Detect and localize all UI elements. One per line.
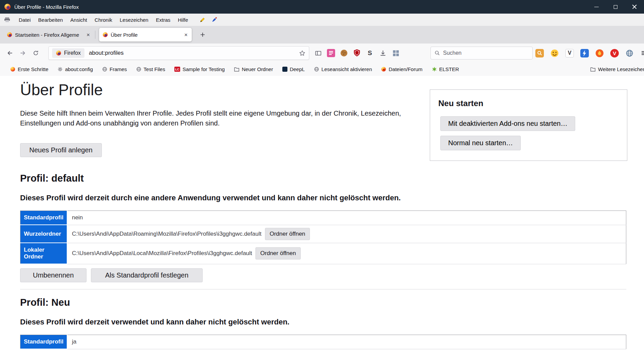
- row-label: Standardprofil: [20, 335, 67, 349]
- firefox-logo-icon: [56, 50, 61, 56]
- menu-hilfe[interactable]: Hilfe: [174, 15, 192, 24]
- open-root-folder-button[interactable]: Ordner öffnen: [265, 228, 310, 240]
- profile-neu-warning: Dieses Profil wird derzeit verwendet und…: [20, 318, 644, 326]
- menu-lesezeichen[interactable]: Lesezeichen: [116, 15, 152, 24]
- table-row: Standardprofil ja: [20, 335, 626, 349]
- bookmark-frames[interactable]: Frames: [102, 66, 127, 72]
- download-icon[interactable]: [379, 49, 387, 57]
- pen-icon[interactable]: [211, 17, 218, 23]
- close-icon: [632, 4, 637, 9]
- bookmark-label: Sample for Testing: [183, 66, 225, 72]
- menu-datei[interactable]: Datei: [15, 15, 34, 24]
- stylus-addon-icon[interactable]: S: [366, 49, 374, 57]
- tab-ueber-profile[interactable]: Über Profile ×: [99, 28, 192, 41]
- maximize-icon: [614, 5, 617, 9]
- restart-box: Neu starten Mit deaktivierten Add-ons ne…: [430, 89, 627, 161]
- reload-button[interactable]: [29, 47, 42, 60]
- red-v-addon-icon[interactable]: V: [610, 49, 619, 57]
- bookmark-label: ELSTER: [439, 66, 459, 72]
- firefox-logo-icon: [4, 3, 11, 10]
- menu-chronik[interactable]: Chronik: [91, 15, 116, 24]
- url-bar[interactable]: Firefox about:profiles: [48, 46, 309, 60]
- row-value: ja: [67, 335, 626, 349]
- bookmark-star-icon[interactable]: [299, 50, 305, 56]
- v-letter-addon-icon[interactable]: V: [565, 49, 574, 57]
- tab-close-icon[interactable]: ×: [86, 32, 91, 38]
- bookmark-label: Erste Schritte: [18, 66, 48, 72]
- folder-icon: [234, 67, 239, 72]
- bookmark-dateien-forum[interactable]: Dateien/Forum: [381, 66, 422, 72]
- bookmark-weitere-lesezeichen[interactable]: Weitere Lesezeichen: [590, 66, 644, 72]
- close-button[interactable]: [625, 0, 644, 14]
- bookmark-sample-for-testing[interactable]: LC Sample for Testing: [174, 66, 225, 72]
- restart-normal-button[interactable]: Normal neu starten…: [440, 136, 521, 150]
- bookmark-erste-schritte[interactable]: Erste Schritte: [10, 66, 48, 72]
- deepl-cube-icon: [282, 67, 287, 72]
- ublock-shield-icon[interactable]: [353, 49, 361, 57]
- bookmark-leseansicht[interactable]: Leseansicht aktivieren: [314, 66, 372, 72]
- menu-bar: Datei Bearbeiten Ansicht Chronik Lesezei…: [0, 14, 644, 26]
- window-title: Über Profile - Mozilla Firefox: [14, 4, 79, 10]
- folder-icon: [590, 67, 596, 72]
- firefox-favicon-icon: [381, 67, 386, 72]
- rename-button[interactable]: Umbenennen: [20, 268, 87, 282]
- search-input[interactable]: [443, 50, 529, 56]
- bookmark-neuer-ordner[interactable]: Neuer Ordner: [234, 66, 273, 72]
- tab-label: Über Profile: [111, 32, 181, 38]
- row-label: Standardprofil: [20, 211, 67, 225]
- open-local-folder-button[interactable]: Ordner öffnen: [255, 247, 301, 259]
- about-profiles-page: Über Profile Diese Seite hilft Ihnen bei…: [0, 76, 644, 352]
- v-letter: V: [565, 49, 574, 57]
- table-row: Wurzelordner C:\Users\Andi\AppData\Roami…: [20, 225, 626, 243]
- bookmark-elster[interactable]: ELSTER: [432, 66, 459, 72]
- menu-ansicht[interactable]: Ansicht: [67, 15, 91, 24]
- bookmark-deepl[interactable]: DeepL: [282, 66, 305, 72]
- sidebar-icon[interactable]: [314, 49, 322, 57]
- table-row: Standardprofil nein: [20, 211, 626, 225]
- stylus-letter: S: [368, 49, 372, 57]
- minimize-button[interactable]: [587, 0, 606, 14]
- row-value-text: ja: [72, 338, 76, 345]
- tab-startseiten[interactable]: Startseiten - Firefox Allgeme ×: [3, 26, 94, 44]
- printer-icon[interactable]: [4, 17, 10, 22]
- lightning-addon-icon[interactable]: [580, 49, 589, 57]
- bookmarks-toolbar: Erste Schritte about:config Frames Test …: [0, 63, 644, 76]
- profile-neu-table: Standardprofil ja: [20, 335, 626, 349]
- row-value-text: C:\Users\Andi\AppData\Roaming\Mozilla\Fi…: [72, 231, 262, 237]
- search-icon: [434, 50, 440, 56]
- forward-button[interactable]: [16, 47, 29, 60]
- identity-chip[interactable]: Firefox: [52, 48, 84, 58]
- amber-magnifier-addon-icon[interactable]: [535, 49, 544, 57]
- maximize-button[interactable]: [606, 0, 625, 14]
- profile-default-heading: Profil: default: [20, 173, 644, 184]
- bookmark-about-config[interactable]: about:config: [58, 66, 93, 72]
- identity-label: Firefox: [64, 50, 81, 56]
- tab-close-icon[interactable]: ×: [184, 32, 188, 38]
- search-bar[interactable]: [430, 47, 533, 60]
- firefox-favicon-icon: [103, 32, 108, 37]
- new-tab-button[interactable]: [197, 29, 208, 40]
- smiley-addon-icon[interactable]: [550, 49, 559, 57]
- notes-addon-icon[interactable]: [327, 49, 335, 57]
- pencil-icon[interactable]: [199, 17, 206, 23]
- gear-icon: [58, 67, 63, 72]
- row-value: C:\Users\Andi\AppData\Roaming\Mozilla\Fi…: [67, 225, 626, 243]
- bookmark-label: DeepL: [290, 66, 305, 72]
- globe-icon: [314, 67, 319, 72]
- flame-addon-icon[interactable]: [595, 49, 604, 57]
- window-titlebar: Über Profile - Mozilla Firefox: [0, 0, 644, 14]
- tab-label: Startseiten - Firefox Allgeme: [15, 32, 83, 38]
- set-default-profile-button[interactable]: Als Standardprofil festlegen: [91, 268, 203, 282]
- menu-bearbeiten[interactable]: Bearbeiten: [34, 15, 67, 24]
- bookmark-label: Leseansicht aktivieren: [321, 66, 372, 72]
- globe-addon-icon[interactable]: [625, 49, 633, 57]
- create-profile-button[interactable]: Neues Profil anlegen: [20, 143, 102, 157]
- cookie-addon-icon[interactable]: [340, 49, 348, 57]
- menu-extras[interactable]: Extras: [152, 15, 174, 24]
- navigation-toolbar: Firefox about:profiles S: [0, 44, 644, 63]
- hamburger-menu-icon[interactable]: [640, 49, 644, 57]
- back-button[interactable]: [3, 47, 16, 60]
- restart-safe-mode-button[interactable]: Mit deaktivierten Add-ons neu starten…: [440, 116, 575, 131]
- grid-addon-icon[interactable]: [392, 49, 400, 57]
- bookmark-test-files[interactable]: Test Files: [136, 66, 165, 72]
